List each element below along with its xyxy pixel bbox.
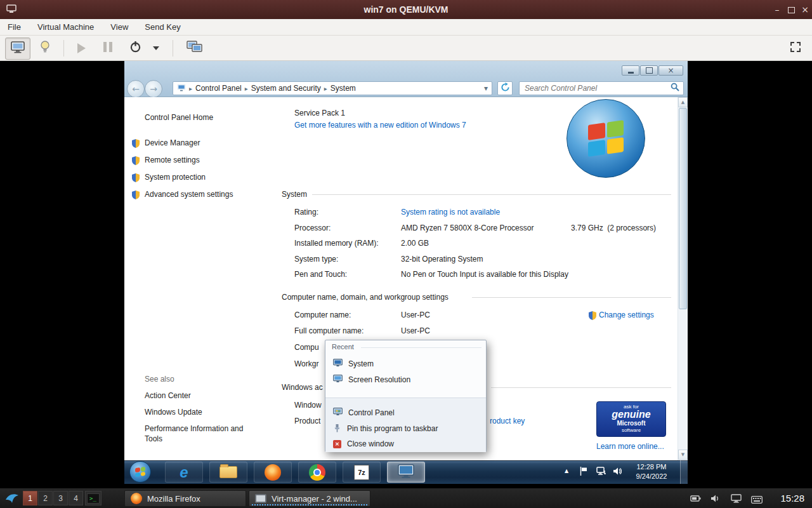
firefox-icon xyxy=(131,493,142,504)
screen-resolution-icon xyxy=(333,375,343,385)
win7-close-button[interactable]: × xyxy=(658,65,683,76)
breadcrumb-sep-icon: ▸ xyxy=(324,85,327,92)
jumplist-item-system[interactable]: System xyxy=(328,357,483,371)
volume-icon[interactable] xyxy=(613,467,622,478)
terminal-launcher-button[interactable]: >_ xyxy=(85,491,102,505)
menu-send-key[interactable]: Send Key xyxy=(145,22,180,32)
taskbar-control-panel-active[interactable] xyxy=(387,462,425,483)
task-button-virt-manager[interactable]: Virt-manager - 2 wind... xyxy=(249,490,370,507)
activation-row-fragment: Product xyxy=(294,417,320,425)
tray-battery-icon[interactable] xyxy=(690,494,702,505)
address-bar[interactable]: ▸ Control Panel ▸ System and Security ▸ … xyxy=(173,81,492,95)
fullscreen-icon xyxy=(789,41,802,56)
taskbar-jumplist: Recent System Screen Resolution xyxy=(325,340,487,452)
show-hidden-icons-button[interactable]: ▲ xyxy=(565,468,568,474)
search-icon[interactable] xyxy=(671,83,679,94)
nav-back-button[interactable]: ← xyxy=(127,80,145,98)
workspace-1-button[interactable]: 1 xyxy=(23,491,37,505)
toolbar xyxy=(0,36,812,61)
vertical-scrollbar[interactable]: ▲ ▼ xyxy=(678,97,688,460)
row-value: User-PC xyxy=(401,326,430,335)
vm-display-letterbox: × ← → ▸ Control Panel ▸ System and Secur… xyxy=(0,61,812,488)
taskbar-windows-explorer[interactable] xyxy=(209,462,247,483)
system-icon xyxy=(333,359,343,369)
row-label: Workgr xyxy=(294,359,318,368)
host-minimize-button[interactable]: – xyxy=(770,0,784,19)
menu-view[interactable]: View xyxy=(110,22,128,32)
action-center-flag-icon[interactable] xyxy=(580,467,587,478)
scroll-up-button[interactable]: ▲ xyxy=(678,97,688,107)
taskbar-firefox[interactable] xyxy=(254,462,292,483)
upgrade-link[interactable]: Get more features with a new edition of … xyxy=(294,121,466,130)
search-box[interactable] xyxy=(519,81,684,95)
jumplist-item-close-window[interactable]: × Close window xyxy=(328,437,483,451)
menu-file[interactable]: File xyxy=(8,22,21,32)
workspace-4-button[interactable]: 4 xyxy=(69,491,83,505)
task-button-firefox[interactable]: Mozilla Firefox xyxy=(124,490,246,507)
taskbar-internet-explorer[interactable]: e xyxy=(165,462,203,483)
toolbar-separator xyxy=(63,40,64,57)
jumplist-item-pin-to-taskbar[interactable]: Pin this program to taskbar xyxy=(328,422,483,436)
windows-logo xyxy=(566,99,645,178)
show-hardware-details-button[interactable] xyxy=(33,37,57,58)
change-product-key-link[interactable]: roduct key xyxy=(490,417,525,425)
breadcrumb-sep-icon: ▸ xyxy=(245,85,248,92)
sidebar-item-action-center[interactable]: Action Center xyxy=(145,391,191,400)
change-settings-link[interactable]: Change settings xyxy=(599,311,654,319)
learn-more-online-link[interactable]: Learn more online... xyxy=(596,442,664,451)
vm-screen: × ← → ▸ Control Panel ▸ System and Secur… xyxy=(124,61,688,484)
row-label: Processor: xyxy=(294,224,331,232)
displays-button[interactable] xyxy=(181,37,208,58)
run-button[interactable] xyxy=(70,37,93,58)
show-console-button[interactable] xyxy=(5,37,30,60)
taskbar-clock[interactable]: 12:28 PM 9/24/2022 xyxy=(629,462,674,481)
genuine-microsoft-badge[interactable]: ask for genuine Microsoft software xyxy=(596,401,666,437)
host-maximize-button[interactable] xyxy=(784,0,798,19)
tray-display-icon[interactable] xyxy=(731,494,742,505)
sidebar-item-remote-settings[interactable]: Remote settings xyxy=(145,156,200,164)
start-button[interactable] xyxy=(129,461,151,483)
uac-shield-icon xyxy=(132,156,140,168)
sidebar-item-system-protection[interactable]: System protection xyxy=(145,173,206,182)
system-rating-link[interactable]: System rating is not available xyxy=(401,208,500,217)
host-close-button[interactable]: × xyxy=(798,0,812,19)
toolbar-separator xyxy=(173,40,173,57)
sidebar-item-advanced-system-settings[interactable]: Advanced system settings xyxy=(145,190,233,199)
show-desktop-button[interactable] xyxy=(680,460,688,484)
task-button-label: Virt-manager - 2 wind... xyxy=(272,494,357,504)
sidebar-item-performance-information[interactable]: Performance Information and Tools xyxy=(145,424,258,444)
network-icon[interactable] xyxy=(596,467,606,478)
nav-forward-button[interactable]: → xyxy=(145,80,162,98)
breadcrumb-control-panel[interactable]: Control Panel xyxy=(195,84,242,93)
taskbar-chrome[interactable] xyxy=(298,462,336,483)
taskbar-7zip[interactable]: 7z xyxy=(343,462,381,483)
menubar: File Virtual Machine View Send Key xyxy=(0,19,812,36)
tray-keyboard-icon[interactable] xyxy=(751,495,763,506)
breadcrumb-system-and-security[interactable]: System and Security xyxy=(251,84,321,93)
sidebar-item-device-manager[interactable]: Device Manager xyxy=(145,138,200,147)
jumplist-item-screen-resolution[interactable]: Screen Resolution xyxy=(328,373,483,387)
scroll-down-button[interactable]: ▼ xyxy=(678,450,688,460)
sidebar-item-control-panel-home[interactable]: Control Panel Home xyxy=(145,113,213,122)
refresh-button[interactable] xyxy=(497,81,513,95)
host-titlebar[interactable]: win7 on QEMU/KVM – × xyxy=(0,0,812,19)
breadcrumb-system[interactable]: System xyxy=(331,84,356,93)
search-input[interactable] xyxy=(523,83,671,93)
service-pack-text: Service Pack 1 xyxy=(294,109,345,117)
address-dropdown-icon[interactable]: ▾ xyxy=(484,84,488,93)
window-menu-bird-icon[interactable] xyxy=(5,492,19,507)
pause-button[interactable] xyxy=(96,37,119,58)
menu-virtual-machine[interactable]: Virtual Machine xyxy=(37,22,94,32)
win7-minimize-button[interactable] xyxy=(622,65,639,76)
sidebar-item-windows-update[interactable]: Windows Update xyxy=(145,408,202,417)
workspace-2-button[interactable]: 2 xyxy=(38,491,53,505)
shutdown-button[interactable] xyxy=(124,37,146,58)
tray-volume-icon[interactable] xyxy=(710,494,721,505)
scrollbar-thumb[interactable] xyxy=(679,108,687,309)
jumplist-item-control-panel[interactable]: Control Panel xyxy=(328,406,483,420)
fullscreen-button[interactable] xyxy=(784,37,807,58)
shutdown-menu-button[interactable] xyxy=(148,37,164,58)
lightbulb-icon xyxy=(40,41,50,56)
workspace-3-button[interactable]: 3 xyxy=(53,491,68,505)
win7-maximize-button[interactable] xyxy=(640,65,658,76)
